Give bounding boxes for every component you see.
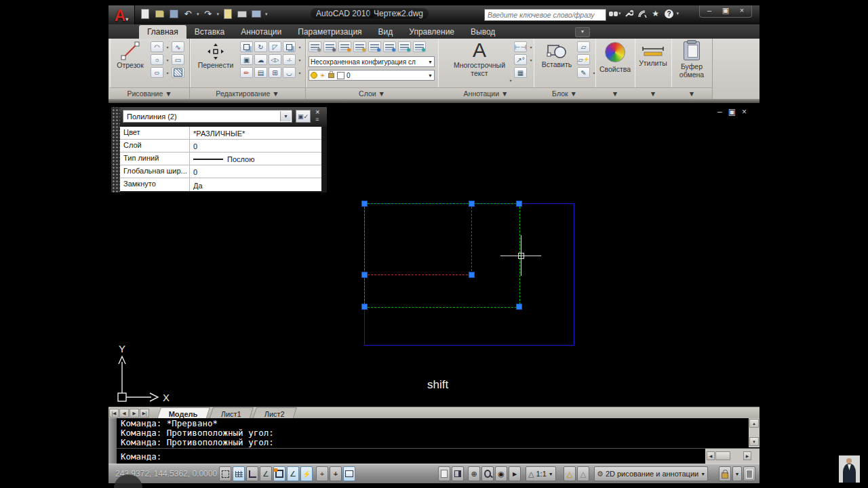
ellipse-dropdown[interactable]: ▾ <box>165 70 170 75</box>
osnap-toggle[interactable] <box>273 466 285 481</box>
scroll-right-button[interactable]: ▶ <box>743 451 751 460</box>
mtext-dropdown[interactable]: ▾ <box>508 78 513 83</box>
utilities-button[interactable]: Утилиты <box>637 45 669 67</box>
leader-button[interactable]: ↗° <box>514 54 527 65</box>
print-button[interactable] <box>237 9 248 19</box>
palette-grip[interactable] <box>111 107 120 192</box>
scroll-up-button[interactable]: ▲ <box>749 419 759 428</box>
layer-change-button[interactable] <box>338 41 351 52</box>
break-dropdown[interactable]: ▾ <box>297 58 302 62</box>
tab-layout2[interactable]: Лист2 <box>252 407 297 420</box>
property-value[interactable]: Послою <box>190 152 321 165</box>
palette-menu-button[interactable]: ≡ <box>315 116 319 123</box>
drawing-restore-button[interactable]: ▣ <box>728 107 736 117</box>
mtext-button[interactable]: A Многострочный текст <box>452 39 507 77</box>
model-space-button[interactable] <box>438 466 450 481</box>
layer-properties-button[interactable] <box>309 41 321 52</box>
property-value[interactable]: *РАЗЛИЧНЫЕ* <box>190 127 321 139</box>
close-button[interactable]: × <box>734 6 749 16</box>
panel-draw-label[interactable]: Рисование ▼ <box>110 87 189 99</box>
grip[interactable] <box>361 304 368 310</box>
leader-dropdown[interactable]: ▾ <box>528 58 534 62</box>
trim-button[interactable]: ◸ <box>269 41 281 52</box>
drawing-canvas[interactable]: – ▣ × Полилиния (2)▼ ▣✓ × ≡ Цвет *РАЗЛИЧ… <box>108 103 760 407</box>
table-button[interactable]: ▦ <box>514 67 527 78</box>
layer-state-dropdown[interactable]: Несохраненная конфигурация сл▼ <box>309 56 435 67</box>
draworder-button[interactable] <box>283 41 296 52</box>
search-dropdown[interactable]: ▾ <box>618 11 621 16</box>
steeringwheel-button[interactable]: ◉ <box>495 466 507 481</box>
minimize-button[interactable]: – <box>702 6 717 16</box>
block-attrib-button[interactable]: ▱⚡ <box>577 54 590 65</box>
property-row[interactable]: Замкнуто Да <box>120 178 321 191</box>
pan-button[interactable]: ⊕ <box>468 466 480 481</box>
grip[interactable] <box>516 201 522 207</box>
ribbon-minimize-button[interactable]: ▼ <box>575 27 590 37</box>
copy-button[interactable] <box>240 41 253 52</box>
help-dropdown[interactable]: ▾ <box>677 11 679 16</box>
redo-button[interactable]: ↷ <box>203 9 214 19</box>
circle-button[interactable]: ○ <box>151 54 163 65</box>
grip[interactable] <box>361 201 368 207</box>
grip[interactable] <box>516 304 522 310</box>
tab-layout1[interactable]: Лист1 <box>209 407 254 420</box>
new-file-button[interactable] <box>140 9 151 19</box>
properties-button[interactable]: Свойства <box>599 42 631 73</box>
prev-tab-button[interactable]: ◀ <box>119 409 129 418</box>
property-value[interactable]: 0 <box>190 140 321 152</box>
showmotion-button[interactable]: ▶ <box>509 466 521 481</box>
fillet-button[interactable]: ◡ <box>283 67 296 78</box>
arc-button[interactable]: ◠ <box>151 41 163 52</box>
property-value[interactable]: 0 <box>190 165 321 178</box>
plot-button[interactable] <box>222 9 233 19</box>
restore-button[interactable]: ▣ <box>718 6 733 16</box>
ortho-toggle[interactable] <box>246 466 258 481</box>
undo-dropdown[interactable]: ▾ <box>197 12 199 17</box>
property-row[interactable]: Цвет *РАЗЛИЧНЫЕ* <box>120 127 321 140</box>
last-tab-button[interactable]: ▶| <box>140 409 149 418</box>
hatch-button[interactable] <box>172 67 184 78</box>
array-button[interactable]: ⊞ <box>269 67 281 78</box>
next-tab-button[interactable]: ▶ <box>130 409 139 418</box>
panel-properties-label[interactable]: ▼ <box>595 87 635 99</box>
command-input-line[interactable]: Команда: <box>117 448 705 464</box>
undo-button[interactable]: ↶ <box>182 9 193 19</box>
drawing-close-button[interactable]: × <box>742 107 747 117</box>
dynamic-input-toggle[interactable]: + <box>316 466 328 481</box>
panel-modify-label[interactable]: Редактирование ▼ <box>190 87 305 99</box>
grid-toggle[interactable] <box>233 466 245 481</box>
first-tab-button[interactable]: |◀ <box>109 409 119 418</box>
property-row[interactable]: Тип линий Послою <box>120 152 321 165</box>
command-vscrollbar[interactable]: ▲ ▼ <box>749 418 760 447</box>
status-menu-button[interactable]: ▼ <box>732 466 742 481</box>
dimension-button[interactable]: ⊢⊣ <box>514 41 527 52</box>
favorites-button[interactable]: ★ <box>650 8 662 19</box>
move-button[interactable]: Перенести <box>195 42 236 69</box>
publish-button[interactable] <box>251 9 262 19</box>
grip[interactable] <box>469 272 475 278</box>
stretch-button[interactable]: ▣ <box>240 54 253 65</box>
panel-utilities-label[interactable]: ▼ <box>635 87 671 99</box>
zoom-button[interactable] <box>481 466 494 481</box>
lineweight-toggle[interactable]: + <box>330 466 342 481</box>
tab-annotate[interactable]: Аннотации <box>233 25 290 39</box>
redo-dropdown[interactable]: ▾ <box>217 12 220 17</box>
qat-overflow-button[interactable]: ▾ <box>265 12 268 17</box>
layer-unisolate-button[interactable] <box>383 41 396 52</box>
otrack-toggle[interactable]: ∠ <box>287 466 299 481</box>
insert-block-button[interactable]: Вставить <box>538 41 576 68</box>
search-binoculars-button[interactable] <box>605 8 617 19</box>
tab-insert[interactable]: Вставка <box>186 25 233 39</box>
property-row[interactable]: Глобальная шир... 0 <box>120 165 321 178</box>
palette-settings-button[interactable]: ▣✓ <box>296 110 311 123</box>
block-edit-button[interactable]: ▱ <box>577 41 590 52</box>
rotate-button[interactable]: ↻ <box>254 41 267 52</box>
tab-parametric[interactable]: Параметризация <box>290 25 370 39</box>
communication-center-button[interactable] <box>636 8 648 19</box>
tab-home[interactable]: Главная <box>139 25 186 39</box>
ducs-toggle[interactable]: ⚡ <box>300 466 313 481</box>
command-hscrollbar[interactable]: ◀ ▶ <box>705 448 760 464</box>
arc-dropdown[interactable]: ▾ <box>165 45 170 49</box>
paste-button[interactable]: Буфер обмена <box>675 41 708 79</box>
search-input[interactable] <box>484 9 606 21</box>
